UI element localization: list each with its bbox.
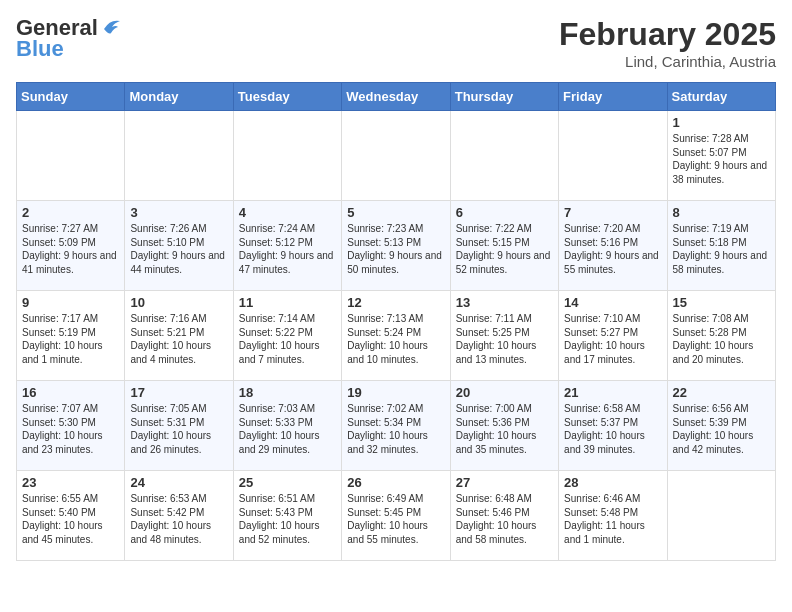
calendar-cell: 6Sunrise: 7:22 AM Sunset: 5:15 PM Daylig… (450, 201, 558, 291)
calendar-cell: 27Sunrise: 6:48 AM Sunset: 5:46 PM Dayli… (450, 471, 558, 561)
day-details: Sunrise: 7:23 AM Sunset: 5:13 PM Dayligh… (347, 222, 444, 276)
day-number: 25 (239, 475, 336, 490)
calendar-cell: 24Sunrise: 6:53 AM Sunset: 5:42 PM Dayli… (125, 471, 233, 561)
calendar-table: SundayMondayTuesdayWednesdayThursdayFrid… (16, 82, 776, 561)
day-number: 7 (564, 205, 661, 220)
calendar-cell: 5Sunrise: 7:23 AM Sunset: 5:13 PM Daylig… (342, 201, 450, 291)
day-details: Sunrise: 6:49 AM Sunset: 5:45 PM Dayligh… (347, 492, 444, 546)
day-number: 1 (673, 115, 770, 130)
page-header: General Blue February 2025 Lind, Carinth… (16, 16, 776, 70)
col-header-sunday: Sunday (17, 83, 125, 111)
calendar-cell: 22Sunrise: 6:56 AM Sunset: 5:39 PM Dayli… (667, 381, 775, 471)
calendar-week-row: 9Sunrise: 7:17 AM Sunset: 5:19 PM Daylig… (17, 291, 776, 381)
col-header-monday: Monday (125, 83, 233, 111)
day-number: 13 (456, 295, 553, 310)
calendar-cell (342, 111, 450, 201)
col-header-friday: Friday (559, 83, 667, 111)
day-details: Sunrise: 7:10 AM Sunset: 5:27 PM Dayligh… (564, 312, 661, 366)
calendar-week-row: 16Sunrise: 7:07 AM Sunset: 5:30 PM Dayli… (17, 381, 776, 471)
calendar-cell (233, 111, 341, 201)
day-number: 4 (239, 205, 336, 220)
calendar-cell: 13Sunrise: 7:11 AM Sunset: 5:25 PM Dayli… (450, 291, 558, 381)
calendar-cell: 9Sunrise: 7:17 AM Sunset: 5:19 PM Daylig… (17, 291, 125, 381)
calendar-cell: 10Sunrise: 7:16 AM Sunset: 5:21 PM Dayli… (125, 291, 233, 381)
calendar-cell (17, 111, 125, 201)
col-header-tuesday: Tuesday (233, 83, 341, 111)
day-details: Sunrise: 7:19 AM Sunset: 5:18 PM Dayligh… (673, 222, 770, 276)
calendar-cell: 26Sunrise: 6:49 AM Sunset: 5:45 PM Dayli… (342, 471, 450, 561)
calendar-week-row: 23Sunrise: 6:55 AM Sunset: 5:40 PM Dayli… (17, 471, 776, 561)
calendar-week-row: 2Sunrise: 7:27 AM Sunset: 5:09 PM Daylig… (17, 201, 776, 291)
calendar-cell: 11Sunrise: 7:14 AM Sunset: 5:22 PM Dayli… (233, 291, 341, 381)
day-details: Sunrise: 7:02 AM Sunset: 5:34 PM Dayligh… (347, 402, 444, 456)
day-details: Sunrise: 7:27 AM Sunset: 5:09 PM Dayligh… (22, 222, 119, 276)
day-details: Sunrise: 7:05 AM Sunset: 5:31 PM Dayligh… (130, 402, 227, 456)
calendar-cell: 12Sunrise: 7:13 AM Sunset: 5:24 PM Dayli… (342, 291, 450, 381)
calendar-cell: 20Sunrise: 7:00 AM Sunset: 5:36 PM Dayli… (450, 381, 558, 471)
day-number: 26 (347, 475, 444, 490)
calendar-week-row: 1Sunrise: 7:28 AM Sunset: 5:07 PM Daylig… (17, 111, 776, 201)
day-number: 16 (22, 385, 119, 400)
day-details: Sunrise: 7:14 AM Sunset: 5:22 PM Dayligh… (239, 312, 336, 366)
day-number: 15 (673, 295, 770, 310)
calendar-cell (125, 111, 233, 201)
day-number: 14 (564, 295, 661, 310)
day-number: 19 (347, 385, 444, 400)
calendar-cell: 16Sunrise: 7:07 AM Sunset: 5:30 PM Dayli… (17, 381, 125, 471)
day-number: 9 (22, 295, 119, 310)
day-details: Sunrise: 6:55 AM Sunset: 5:40 PM Dayligh… (22, 492, 119, 546)
calendar-cell: 8Sunrise: 7:19 AM Sunset: 5:18 PM Daylig… (667, 201, 775, 291)
calendar-cell: 15Sunrise: 7:08 AM Sunset: 5:28 PM Dayli… (667, 291, 775, 381)
logo-bird-icon (100, 15, 122, 37)
calendar-cell: 2Sunrise: 7:27 AM Sunset: 5:09 PM Daylig… (17, 201, 125, 291)
day-number: 23 (22, 475, 119, 490)
calendar-cell: 28Sunrise: 6:46 AM Sunset: 5:48 PM Dayli… (559, 471, 667, 561)
calendar-cell: 1Sunrise: 7:28 AM Sunset: 5:07 PM Daylig… (667, 111, 775, 201)
day-number: 24 (130, 475, 227, 490)
day-number: 20 (456, 385, 553, 400)
day-details: Sunrise: 7:22 AM Sunset: 5:15 PM Dayligh… (456, 222, 553, 276)
calendar-header-row: SundayMondayTuesdayWednesdayThursdayFrid… (17, 83, 776, 111)
col-header-thursday: Thursday (450, 83, 558, 111)
month-title: February 2025 (559, 16, 776, 53)
day-number: 21 (564, 385, 661, 400)
day-number: 5 (347, 205, 444, 220)
calendar-cell: 23Sunrise: 6:55 AM Sunset: 5:40 PM Dayli… (17, 471, 125, 561)
calendar-cell: 25Sunrise: 6:51 AM Sunset: 5:43 PM Dayli… (233, 471, 341, 561)
day-details: Sunrise: 6:53 AM Sunset: 5:42 PM Dayligh… (130, 492, 227, 546)
day-details: Sunrise: 7:03 AM Sunset: 5:33 PM Dayligh… (239, 402, 336, 456)
day-details: Sunrise: 7:16 AM Sunset: 5:21 PM Dayligh… (130, 312, 227, 366)
logo: General Blue (16, 16, 122, 62)
day-details: Sunrise: 6:51 AM Sunset: 5:43 PM Dayligh… (239, 492, 336, 546)
calendar-cell (450, 111, 558, 201)
calendar-cell: 21Sunrise: 6:58 AM Sunset: 5:37 PM Dayli… (559, 381, 667, 471)
title-area: February 2025 Lind, Carinthia, Austria (559, 16, 776, 70)
day-details: Sunrise: 6:48 AM Sunset: 5:46 PM Dayligh… (456, 492, 553, 546)
calendar-cell: 4Sunrise: 7:24 AM Sunset: 5:12 PM Daylig… (233, 201, 341, 291)
day-details: Sunrise: 7:11 AM Sunset: 5:25 PM Dayligh… (456, 312, 553, 366)
day-details: Sunrise: 7:08 AM Sunset: 5:28 PM Dayligh… (673, 312, 770, 366)
day-details: Sunrise: 7:07 AM Sunset: 5:30 PM Dayligh… (22, 402, 119, 456)
calendar-cell: 14Sunrise: 7:10 AM Sunset: 5:27 PM Dayli… (559, 291, 667, 381)
calendar-cell: 3Sunrise: 7:26 AM Sunset: 5:10 PM Daylig… (125, 201, 233, 291)
calendar-cell: 19Sunrise: 7:02 AM Sunset: 5:34 PM Dayli… (342, 381, 450, 471)
calendar-cell (559, 111, 667, 201)
calendar-cell (667, 471, 775, 561)
calendar-cell: 7Sunrise: 7:20 AM Sunset: 5:16 PM Daylig… (559, 201, 667, 291)
day-details: Sunrise: 7:28 AM Sunset: 5:07 PM Dayligh… (673, 132, 770, 186)
day-details: Sunrise: 6:58 AM Sunset: 5:37 PM Dayligh… (564, 402, 661, 456)
calendar-cell: 18Sunrise: 7:03 AM Sunset: 5:33 PM Dayli… (233, 381, 341, 471)
day-number: 17 (130, 385, 227, 400)
calendar-cell: 17Sunrise: 7:05 AM Sunset: 5:31 PM Dayli… (125, 381, 233, 471)
day-details: Sunrise: 7:13 AM Sunset: 5:24 PM Dayligh… (347, 312, 444, 366)
day-number: 10 (130, 295, 227, 310)
day-number: 12 (347, 295, 444, 310)
col-header-wednesday: Wednesday (342, 83, 450, 111)
day-number: 18 (239, 385, 336, 400)
day-number: 28 (564, 475, 661, 490)
day-details: Sunrise: 6:56 AM Sunset: 5:39 PM Dayligh… (673, 402, 770, 456)
day-number: 8 (673, 205, 770, 220)
day-number: 22 (673, 385, 770, 400)
day-details: Sunrise: 7:24 AM Sunset: 5:12 PM Dayligh… (239, 222, 336, 276)
day-number: 3 (130, 205, 227, 220)
